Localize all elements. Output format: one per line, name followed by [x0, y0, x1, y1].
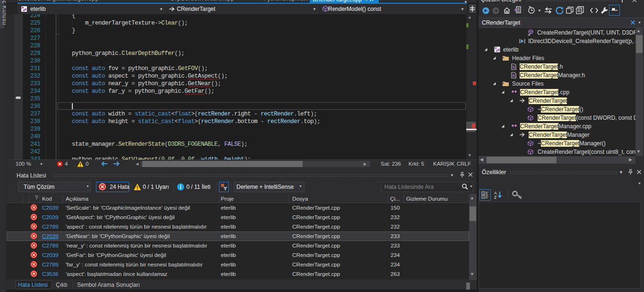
svg-text:Z: Z [494, 195, 496, 199]
